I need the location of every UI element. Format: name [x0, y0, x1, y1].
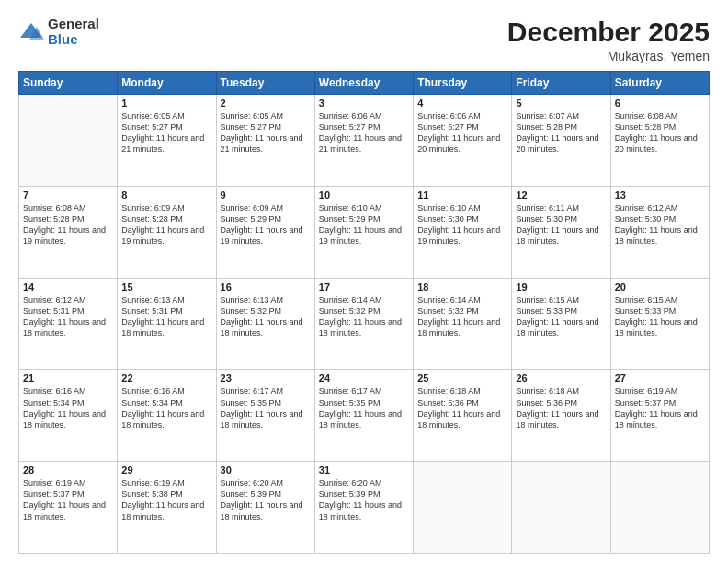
table-row	[512, 462, 610, 554]
day-info: Sunrise: 6:18 AM Sunset: 5:36 PM Dayligh…	[516, 385, 606, 431]
day-info: Sunrise: 6:15 AM Sunset: 5:33 PM Dayligh…	[516, 294, 606, 339]
calendar-week-row: 7Sunrise: 6:08 AM Sunset: 5:28 PM Daylig…	[19, 186, 710, 278]
table-row: 3Sunrise: 6:06 AM Sunset: 5:27 PM Daylig…	[314, 95, 413, 187]
col-sunday: Sunday	[19, 72, 118, 95]
day-info: Sunrise: 6:19 AM Sunset: 5:37 PM Dayligh…	[615, 385, 705, 431]
calendar-week-row: 14Sunrise: 6:12 AM Sunset: 5:31 PM Dayli…	[19, 278, 710, 370]
day-info: Sunrise: 6:19 AM Sunset: 5:37 PM Dayligh…	[23, 477, 113, 523]
header: General Blue December 2025 Mukayras, Yem…	[18, 17, 710, 63]
table-row: 7Sunrise: 6:08 AM Sunset: 5:28 PM Daylig…	[19, 186, 118, 278]
table-row: 4Sunrise: 6:06 AM Sunset: 5:27 PM Daylig…	[414, 95, 512, 187]
day-number: 26	[516, 373, 606, 384]
logo-icon	[18, 19, 44, 45]
day-info: Sunrise: 6:05 AM Sunset: 5:27 PM Dayligh…	[121, 110, 211, 155]
day-info: Sunrise: 6:19 AM Sunset: 5:38 PM Dayligh…	[121, 477, 211, 523]
table-row: 24Sunrise: 6:17 AM Sunset: 5:35 PM Dayli…	[314, 370, 413, 462]
day-info: Sunrise: 6:15 AM Sunset: 5:33 PM Dayligh…	[615, 294, 705, 339]
day-info: Sunrise: 6:16 AM Sunset: 5:34 PM Dayligh…	[121, 385, 211, 431]
table-row: 12Sunrise: 6:11 AM Sunset: 5:30 PM Dayli…	[512, 186, 610, 278]
day-number: 8	[121, 190, 211, 201]
table-row: 28Sunrise: 6:19 AM Sunset: 5:37 PM Dayli…	[19, 462, 118, 554]
table-row	[610, 462, 709, 554]
day-number: 24	[319, 373, 409, 384]
day-info: Sunrise: 6:13 AM Sunset: 5:31 PM Dayligh…	[121, 294, 211, 339]
table-row: 5Sunrise: 6:07 AM Sunset: 5:28 PM Daylig…	[512, 95, 610, 187]
calendar-header-row: Sunday Monday Tuesday Wednesday Thursday…	[19, 72, 710, 95]
day-info: Sunrise: 6:17 AM Sunset: 5:35 PM Dayligh…	[221, 385, 311, 431]
day-info: Sunrise: 6:20 AM Sunset: 5:39 PM Dayligh…	[221, 477, 311, 523]
table-row: 30Sunrise: 6:20 AM Sunset: 5:39 PM Dayli…	[216, 462, 314, 554]
day-number: 22	[121, 373, 211, 384]
col-tuesday: Tuesday	[216, 72, 314, 95]
day-info: Sunrise: 6:12 AM Sunset: 5:30 PM Dayligh…	[615, 202, 705, 247]
day-number: 13	[615, 190, 705, 201]
day-info: Sunrise: 6:11 AM Sunset: 5:30 PM Dayligh…	[516, 202, 606, 247]
day-info: Sunrise: 6:08 AM Sunset: 5:28 PM Dayligh…	[615, 110, 705, 155]
day-number: 10	[319, 190, 409, 201]
title-month: December 2025	[507, 17, 710, 48]
day-number: 27	[615, 373, 705, 384]
logo: General Blue	[18, 17, 99, 47]
calendar-table: Sunday Monday Tuesday Wednesday Thursday…	[18, 71, 710, 554]
table-row: 21Sunrise: 6:16 AM Sunset: 5:34 PM Dayli…	[19, 370, 118, 462]
day-number: 28	[23, 465, 113, 476]
day-number: 14	[23, 282, 113, 293]
day-number: 5	[516, 98, 606, 109]
day-info: Sunrise: 6:10 AM Sunset: 5:30 PM Dayligh…	[417, 202, 507, 247]
day-info: Sunrise: 6:17 AM Sunset: 5:35 PM Dayligh…	[319, 385, 409, 431]
logo-text: General Blue	[48, 17, 99, 47]
page: General Blue December 2025 Mukayras, Yem…	[0, 0, 728, 563]
table-row: 29Sunrise: 6:19 AM Sunset: 5:38 PM Dayli…	[118, 462, 216, 554]
col-thursday: Thursday	[414, 72, 512, 95]
day-info: Sunrise: 6:06 AM Sunset: 5:27 PM Dayligh…	[417, 110, 507, 155]
day-number: 2	[221, 98, 311, 109]
table-row: 26Sunrise: 6:18 AM Sunset: 5:36 PM Dayli…	[512, 370, 610, 462]
day-info: Sunrise: 6:13 AM Sunset: 5:32 PM Dayligh…	[221, 294, 311, 339]
title-block: December 2025 Mukayras, Yemen	[507, 17, 710, 63]
col-friday: Friday	[512, 72, 610, 95]
table-row: 10Sunrise: 6:10 AM Sunset: 5:29 PM Dayli…	[314, 186, 413, 278]
day-number: 29	[121, 465, 211, 476]
day-number: 21	[23, 373, 113, 384]
table-row: 20Sunrise: 6:15 AM Sunset: 5:33 PM Dayli…	[610, 278, 709, 370]
table-row: 17Sunrise: 6:14 AM Sunset: 5:32 PM Dayli…	[314, 278, 413, 370]
day-number: 6	[615, 98, 705, 109]
day-info: Sunrise: 6:14 AM Sunset: 5:32 PM Dayligh…	[319, 294, 409, 339]
logo-general-text: General	[48, 17, 99, 32]
day-number: 4	[417, 98, 507, 109]
day-number: 19	[516, 282, 606, 293]
table-row: 22Sunrise: 6:16 AM Sunset: 5:34 PM Dayli…	[118, 370, 216, 462]
day-info: Sunrise: 6:09 AM Sunset: 5:28 PM Dayligh…	[121, 202, 211, 247]
table-row: 18Sunrise: 6:14 AM Sunset: 5:32 PM Dayli…	[414, 278, 512, 370]
table-row: 8Sunrise: 6:09 AM Sunset: 5:28 PM Daylig…	[118, 186, 216, 278]
day-number: 31	[319, 465, 409, 476]
calendar-week-row: 28Sunrise: 6:19 AM Sunset: 5:37 PM Dayli…	[19, 462, 710, 554]
day-number: 16	[221, 282, 311, 293]
table-row: 1Sunrise: 6:05 AM Sunset: 5:27 PM Daylig…	[118, 95, 216, 187]
day-info: Sunrise: 6:14 AM Sunset: 5:32 PM Dayligh…	[417, 294, 507, 339]
day-info: Sunrise: 6:10 AM Sunset: 5:29 PM Dayligh…	[319, 202, 409, 247]
day-number: 30	[221, 465, 311, 476]
day-number: 15	[121, 282, 211, 293]
table-row: 11Sunrise: 6:10 AM Sunset: 5:30 PM Dayli…	[414, 186, 512, 278]
day-number: 25	[417, 373, 507, 384]
col-saturday: Saturday	[610, 72, 709, 95]
title-location: Mukayras, Yemen	[507, 49, 710, 63]
day-number: 17	[319, 282, 409, 293]
table-row	[414, 462, 512, 554]
day-number: 9	[221, 190, 311, 201]
day-info: Sunrise: 6:08 AM Sunset: 5:28 PM Dayligh…	[23, 202, 113, 247]
day-info: Sunrise: 6:09 AM Sunset: 5:29 PM Dayligh…	[221, 202, 311, 247]
day-number: 11	[417, 190, 507, 201]
day-info: Sunrise: 6:16 AM Sunset: 5:34 PM Dayligh…	[23, 385, 113, 431]
day-number: 18	[417, 282, 507, 293]
table-row: 2Sunrise: 6:05 AM Sunset: 5:27 PM Daylig…	[216, 95, 314, 187]
day-number: 12	[516, 190, 606, 201]
table-row: 6Sunrise: 6:08 AM Sunset: 5:28 PM Daylig…	[610, 95, 709, 187]
day-info: Sunrise: 6:20 AM Sunset: 5:39 PM Dayligh…	[319, 477, 409, 523]
day-number: 7	[23, 190, 113, 201]
day-info: Sunrise: 6:05 AM Sunset: 5:27 PM Dayligh…	[221, 110, 311, 155]
logo-blue-text: Blue	[48, 32, 99, 48]
table-row: 13Sunrise: 6:12 AM Sunset: 5:30 PM Dayli…	[610, 186, 709, 278]
col-wednesday: Wednesday	[314, 72, 413, 95]
